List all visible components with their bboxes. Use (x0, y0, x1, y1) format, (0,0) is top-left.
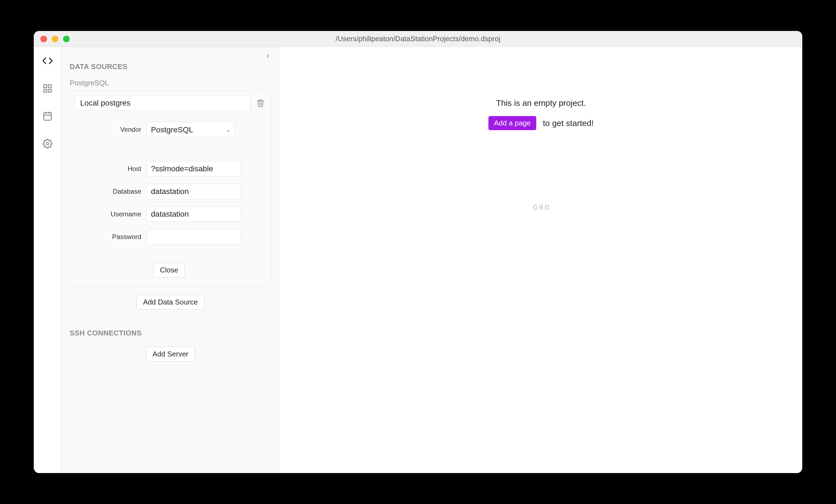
svg-rect-2 (44, 89, 47, 92)
vendor-select[interactable]: PostgreSQL (146, 122, 235, 137)
app-window: /Users/philipeaton/DataStationProjects/d… (34, 31, 802, 473)
data-source-type-label: PostgreSQL (70, 79, 271, 87)
add-data-source-row: Add Data Source (70, 295, 271, 309)
add-server-row: Add Server (70, 347, 271, 362)
close-row: Close (97, 263, 241, 277)
database-row: Database (97, 184, 241, 199)
data-source-header (75, 95, 266, 111)
traffic-lights (40, 36, 70, 42)
version-text: 0.9.0 (533, 203, 549, 212)
vendor-label: Vendor (97, 126, 141, 133)
data-source-name-input[interactable] (75, 95, 250, 111)
add-data-source-button[interactable]: Add Data Source (137, 295, 204, 309)
add-server-button[interactable]: Add Server (146, 347, 195, 362)
svg-point-8 (46, 142, 49, 145)
delete-data-source-button[interactable] (255, 98, 266, 109)
vendor-row: Vendor PostgreSQL ⌄ (97, 122, 241, 137)
dashboard-icon[interactable] (42, 83, 53, 94)
titlebar: /Users/philipeaton/DataStationProjects/d… (34, 31, 802, 47)
host-row: Host (97, 161, 241, 177)
data-source-card: Vendor PostgreSQL ⌄ Host (70, 90, 271, 286)
calendar-icon[interactable] (42, 111, 53, 121)
username-label: Username (97, 210, 141, 218)
database-label: Database (97, 188, 141, 195)
database-input[interactable] (146, 184, 241, 199)
password-row: Password (97, 229, 241, 245)
app-body: DATA SOURCES PostgreSQL Vendor (34, 47, 802, 473)
close-window-button[interactable] (40, 36, 47, 42)
maximize-window-button[interactable] (63, 36, 70, 42)
cta-suffix-text: to get started! (543, 119, 593, 128)
minimize-window-button[interactable] (52, 36, 58, 42)
password-label: Password (97, 233, 141, 241)
empty-cta-row: Add a page to get started! (489, 116, 593, 130)
svg-rect-4 (44, 113, 51, 120)
svg-rect-1 (49, 85, 52, 88)
icon-rail (34, 47, 61, 473)
data-source-form: Vendor PostgreSQL ⌄ Host (75, 122, 266, 277)
gear-icon[interactable] (42, 138, 53, 149)
data-sources-heading: DATA SOURCES (70, 62, 271, 71)
host-input[interactable] (146, 161, 241, 177)
username-input[interactable] (146, 207, 241, 222)
username-row: Username (97, 207, 241, 222)
add-page-button[interactable]: Add a page (489, 116, 536, 130)
password-input[interactable] (146, 229, 241, 245)
window-title: /Users/philipeaton/DataStationProjects/d… (336, 35, 500, 43)
host-label: Host (97, 165, 141, 173)
ssh-heading: SSH CONNECTIONS (70, 329, 271, 337)
code-icon[interactable] (42, 55, 53, 66)
main-area: This is an empty project. Add a page to … (280, 47, 802, 473)
empty-project-message: This is an empty project. (496, 98, 586, 108)
svg-rect-0 (44, 85, 47, 88)
collapse-sidebar-button[interactable] (264, 52, 272, 60)
close-data-source-button[interactable]: Close (153, 263, 184, 277)
sidebar-panel: DATA SOURCES PostgreSQL Vendor (61, 47, 280, 473)
svg-rect-3 (49, 89, 52, 92)
